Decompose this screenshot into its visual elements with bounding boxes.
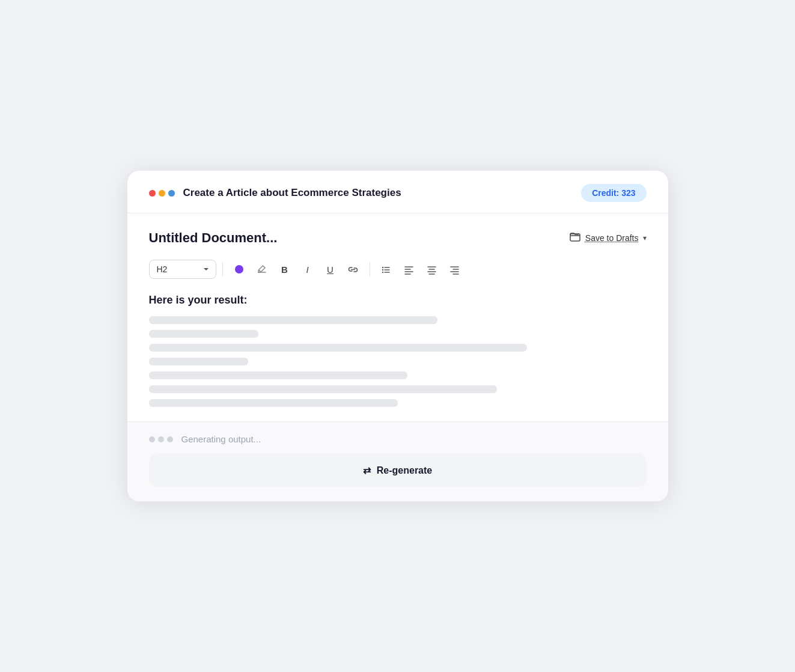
header-left: Create a Article about Ecommerce Strateg… bbox=[149, 187, 401, 199]
regenerate-button[interactable]: ⇄ Re-generate bbox=[149, 454, 647, 487]
regenerate-icon: ⇄ bbox=[363, 465, 371, 476]
header-bar: Create a Article about Ecommerce Strateg… bbox=[127, 171, 668, 213]
blue-dot bbox=[168, 190, 175, 197]
header-title: Create a Article about Ecommerce Strateg… bbox=[183, 187, 401, 199]
svg-rect-0 bbox=[570, 234, 580, 241]
color-dot-purple bbox=[235, 265, 243, 273]
dots-icon bbox=[149, 190, 175, 197]
skeleton-line bbox=[149, 344, 527, 352]
align-right-button[interactable] bbox=[445, 259, 465, 279]
gen-dot-3 bbox=[167, 436, 173, 442]
editor-content-area: Here is your result: bbox=[149, 294, 647, 407]
skeleton-line bbox=[149, 385, 498, 393]
skeleton-line bbox=[149, 371, 408, 379]
save-drafts-label: Save to Drafts bbox=[585, 233, 639, 243]
italic-label: I bbox=[306, 264, 308, 275]
bold-button[interactable]: B bbox=[275, 259, 295, 279]
link-button[interactable] bbox=[343, 259, 364, 279]
toolbar-separator-1 bbox=[222, 262, 223, 276]
highlight-button[interactable] bbox=[252, 259, 272, 279]
skeleton-line bbox=[149, 330, 258, 338]
generating-status: Generating output... bbox=[181, 434, 261, 444]
underline-label: U bbox=[327, 264, 334, 275]
chevron-down-icon: ▾ bbox=[643, 234, 647, 242]
red-dot bbox=[149, 190, 156, 197]
svg-point-3 bbox=[382, 271, 383, 272]
align-center-button[interactable] bbox=[422, 259, 442, 279]
skeleton-content bbox=[149, 316, 647, 407]
main-container: Create a Article about Ecommerce Strateg… bbox=[127, 171, 668, 501]
color-picker-button[interactable] bbox=[229, 259, 249, 279]
gen-dot-2 bbox=[158, 436, 164, 442]
result-heading: Here is your result: bbox=[149, 294, 647, 307]
editor-section: Untitled Document... Save to Drafts ▾ H2 bbox=[127, 213, 668, 422]
italic-button[interactable]: I bbox=[297, 259, 318, 279]
generating-dots bbox=[149, 436, 173, 442]
generating-row: Generating output... bbox=[149, 434, 647, 444]
skeleton-line bbox=[149, 399, 398, 407]
toolbar: H2 H1 H3 H4 Paragraph B bbox=[149, 259, 647, 279]
underline-button[interactable]: U bbox=[320, 259, 341, 279]
orange-dot bbox=[159, 190, 165, 197]
toolbar-separator-2 bbox=[370, 262, 370, 276]
regenerate-label: Re-generate bbox=[377, 465, 432, 476]
svg-point-2 bbox=[382, 269, 383, 270]
generating-section: Generating output... ⇄ Re-generate bbox=[127, 422, 668, 501]
save-drafts-button[interactable]: Save to Drafts ▾ bbox=[569, 231, 647, 246]
credit-badge: Credit: 323 bbox=[581, 184, 646, 202]
list-button[interactable] bbox=[376, 259, 397, 279]
doc-title-row: Untitled Document... Save to Drafts ▾ bbox=[149, 230, 647, 246]
svg-point-1 bbox=[382, 266, 383, 267]
gen-dot-1 bbox=[149, 436, 155, 442]
skeleton-line bbox=[149, 358, 249, 365]
save-icon bbox=[569, 231, 581, 246]
heading-select[interactable]: H2 H1 H3 H4 Paragraph bbox=[149, 260, 216, 279]
skeleton-line bbox=[149, 316, 437, 324]
doc-title: Untitled Document... bbox=[149, 230, 278, 246]
align-left-button[interactable] bbox=[399, 259, 419, 279]
bold-label: B bbox=[281, 264, 288, 275]
